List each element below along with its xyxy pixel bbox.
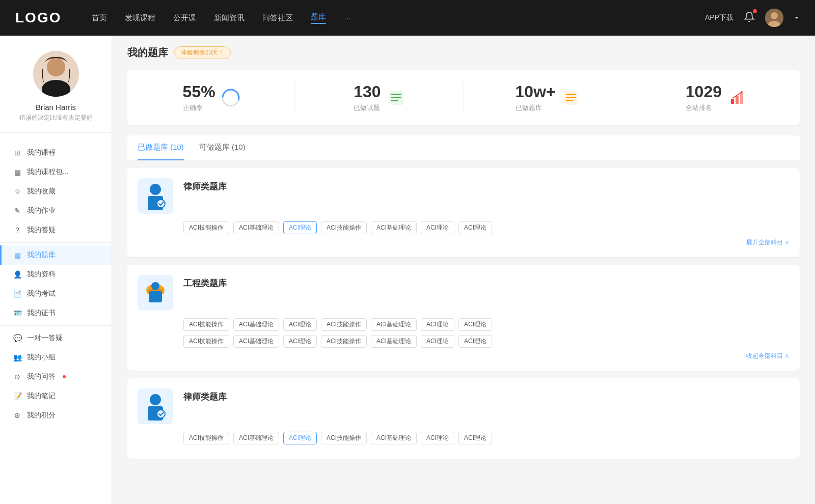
- sidebar-item-points[interactable]: ⊛ 我的积分: [0, 406, 112, 425]
- sidebar-item-course-label: 我的课程: [27, 148, 56, 157]
- sidebar-item-package[interactable]: ▤ 我的课程包...: [0, 162, 112, 182]
- nav-news[interactable]: 新闻资讯: [214, 13, 244, 23]
- course-icon: ⊞: [13, 148, 22, 157]
- qbank-icon-3: [138, 388, 173, 424]
- group-icon: 👥: [13, 353, 22, 362]
- sidebar-item-homework[interactable]: ✎ 我的作业: [0, 201, 112, 220]
- divider-2: [0, 325, 112, 326]
- sidebar-item-cert[interactable]: 🪪 我的证书: [0, 303, 112, 323]
- tag-3-5[interactable]: ACI理论: [421, 432, 454, 444]
- stat-accuracy: 55% 正确率: [127, 82, 295, 113]
- user-name: Brian Harris: [36, 103, 76, 111]
- chart-red-icon: [728, 89, 746, 107]
- qbank-header-3: 律师类题库: [138, 388, 790, 424]
- tag-3-2[interactable]: ACI理论: [283, 432, 317, 444]
- svg-rect-12: [391, 97, 401, 98]
- page-header: 我的题库 体验剩余23天！: [127, 46, 800, 60]
- qbank-header-1: 律师类题库: [138, 178, 790, 214]
- tag-3-1[interactable]: ACI基础理论: [233, 432, 279, 444]
- qbank-header-2: 工程类题库: [138, 275, 790, 311]
- nav-opencourse[interactable]: 公开课: [173, 13, 196, 23]
- nav-home[interactable]: 首页: [92, 13, 107, 23]
- sidebar-item-bank-label: 我的题库: [27, 250, 56, 260]
- tag-2-6[interactable]: ACI理论: [458, 318, 492, 331]
- expand-btn-1[interactable]: 展开全部科目 ∨: [138, 238, 790, 247]
- nav-bank[interactable]: 题库: [311, 12, 326, 24]
- sidebar-item-exam[interactable]: 📄 我的考试: [0, 284, 112, 303]
- tags-row-1: ACI技能操作 ACI基础理论 ACI理论 ACI技能操作 ACI基础理论 AC…: [138, 221, 790, 234]
- tag-2-0[interactable]: ACI技能操作: [183, 318, 229, 331]
- svg-point-4: [47, 58, 65, 76]
- sidebar-item-docs-label: 我的资料: [27, 270, 56, 279]
- sidebar-item-favorites[interactable]: ☆ 我的收藏: [0, 182, 112, 201]
- sidebar-item-notes-label: 我的笔记: [27, 391, 56, 401]
- tag-3-3[interactable]: ACI技能操作: [321, 432, 367, 444]
- tag-1-2[interactable]: ACI理论: [283, 221, 317, 234]
- tag-2b-4[interactable]: ACI基础理论: [371, 335, 417, 348]
- tag-3-4[interactable]: ACI基础理论: [371, 432, 417, 444]
- tag-2b-2[interactable]: ACI理论: [283, 335, 317, 348]
- tag-2b-3[interactable]: ACI技能操作: [321, 335, 367, 348]
- points-icon: ⊛: [13, 411, 22, 420]
- main-header: LOGO 首页 发现课程 公开课 新闻资讯 问答社区 题库 ··· APP下载: [0, 0, 815, 36]
- tab-done-banks[interactable]: 已做题库 (10): [138, 135, 184, 160]
- svg-rect-30: [149, 291, 162, 302]
- tag-3-6[interactable]: ACI理论: [458, 432, 492, 444]
- tag-2b-5[interactable]: ACI理论: [421, 335, 454, 348]
- tag-2b-1[interactable]: ACI基础理论: [233, 335, 279, 348]
- bank-icon: ▦: [13, 250, 22, 260]
- app-download-btn[interactable]: APP下载: [705, 13, 734, 22]
- sidebar-item-points-label: 我的积分: [27, 411, 56, 420]
- nav-more[interactable]: ···: [344, 14, 350, 22]
- svg-rect-13: [391, 100, 398, 101]
- tag-1-3[interactable]: ACI技能操作: [321, 221, 367, 234]
- notification-bell[interactable]: [744, 11, 755, 24]
- stat-rank-label: 全站排名: [686, 103, 722, 113]
- nav-discover[interactable]: 发现课程: [125, 13, 155, 23]
- sidebar-item-one-on-one[interactable]: 💬 一对一答疑: [0, 328, 112, 348]
- tag-2-1[interactable]: ACI基础理论: [233, 318, 279, 331]
- sidebar-item-myqa-label: 我的答疑: [27, 226, 56, 235]
- stat-accuracy-value: 55%: [183, 82, 215, 101]
- sidebar-item-notes[interactable]: 📝 我的笔记: [0, 386, 112, 406]
- svg-rect-18: [731, 99, 734, 104]
- tab-available-banks[interactable]: 可做题库 (10): [199, 135, 246, 160]
- list-orange-icon: [562, 89, 580, 107]
- sidebar-item-bank[interactable]: ▦ 我的题库: [0, 245, 112, 265]
- tag-1-5[interactable]: ACI理论: [421, 221, 454, 234]
- sidebar: Brian Harris 错误的决定比没有决定要好 ⊞ 我的课程 ▤ 我的课程包…: [0, 36, 112, 504]
- sidebar-menu: ⊞ 我的课程 ▤ 我的课程包... ☆ 我的收藏 ✎ 我的作业 ? 我的答疑 ▦: [0, 138, 112, 430]
- tag-1-1[interactable]: ACI基础理论: [233, 221, 279, 234]
- tag-2b-0[interactable]: ACI技能操作: [183, 335, 229, 348]
- sidebar-item-group[interactable]: 👥 我的小组: [0, 348, 112, 367]
- sidebar-item-myqa[interactable]: ? 我的答疑: [0, 220, 112, 240]
- package-icon: ▤: [13, 167, 22, 177]
- sidebar-item-favorites-label: 我的收藏: [27, 187, 56, 196]
- tag-2b-6[interactable]: ACI理论: [458, 335, 492, 348]
- svg-point-1: [771, 12, 778, 19]
- sidebar-item-questions-label: 我的问答: [27, 372, 56, 381]
- tag-3-0[interactable]: ACI技能操作: [183, 432, 229, 444]
- tag-1-6[interactable]: ACI理论: [458, 221, 492, 234]
- tag-2-4[interactable]: ACI基础理论: [371, 318, 417, 331]
- tag-1-4[interactable]: ACI基础理论: [371, 221, 417, 234]
- sidebar-item-docs[interactable]: 👤 我的资料: [0, 265, 112, 284]
- questions-badge: [63, 375, 66, 378]
- tag-2-3[interactable]: ACI技能操作: [321, 318, 367, 331]
- tag-2-2[interactable]: ACI理论: [283, 318, 317, 331]
- tag-2-5[interactable]: ACI理论: [421, 318, 454, 331]
- sidebar-item-questions[interactable]: ⊙ 我的问答: [0, 367, 112, 386]
- main-layout: Brian Harris 错误的决定比没有决定要好 ⊞ 我的课程 ▤ 我的课程包…: [0, 36, 815, 504]
- homework-icon: ✎: [13, 206, 22, 215]
- nav-qa[interactable]: 问答社区: [262, 13, 293, 23]
- user-avatar-header[interactable]: [765, 9, 783, 27]
- tag-1-0[interactable]: ACI技能操作: [183, 221, 229, 234]
- stat-bank-done: 10w+ 已做题库: [464, 82, 632, 113]
- pie-chart-icon: [222, 89, 240, 107]
- sidebar-item-course[interactable]: ⊞ 我的课程: [0, 143, 112, 162]
- list-green-icon: [387, 89, 405, 107]
- avatar-dropdown-icon[interactable]: [794, 15, 800, 21]
- svg-point-29: [151, 282, 159, 290]
- tags-row-2a: ACI技能操作 ACI基础理论 ACI理论 ACI技能操作 ACI基础理论 AC…: [138, 318, 790, 331]
- collapse-btn-2[interactable]: 收起全部科目 ∧: [138, 352, 790, 360]
